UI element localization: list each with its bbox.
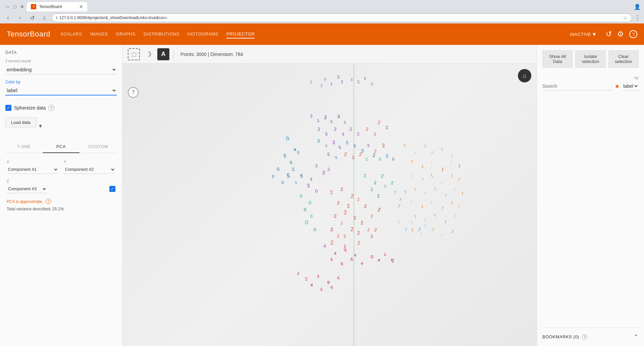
inactive-dropdown[interactable]: INACTIVE ▾ (570, 30, 596, 38)
z-axis-checkbox[interactable]: ✓ (109, 186, 115, 192)
back-button[interactable]: ‹ (3, 13, 13, 22)
viz-help-icon[interactable]: ? (128, 87, 139, 98)
bookmarks-section: BOOKMARKS (0) ? ⌃ (542, 328, 639, 341)
svg-text:2: 2 (344, 210, 347, 215)
svg-text:3: 3 (332, 139, 335, 145)
svg-text:3: 3 (337, 74, 340, 80)
viz-canvas[interactable]: 3 3 3 3 3 3 3 3 3 3 (122, 64, 537, 346)
svg-text:4: 4 (334, 251, 337, 256)
search-regex-icon[interactable]: ✱ (615, 84, 619, 89)
bookmarks-help-icon[interactable]: ? (582, 334, 587, 340)
tab-favicon: T (31, 4, 36, 9)
pca-help-icon[interactable]: ? (46, 199, 51, 204)
svg-text:3: 3 (327, 166, 330, 172)
svg-text:1: 1 (414, 213, 417, 219)
svg-text:5: 5 (378, 156, 382, 162)
load-data-dropdown-icon[interactable]: ▾ (39, 122, 42, 130)
clear-selection-button[interactable]: Clearselection (608, 50, 639, 68)
color-by-select[interactable]: label (5, 86, 117, 95)
x-component-select[interactable]: Component #1 (7, 165, 58, 174)
svg-text:2: 2 (385, 125, 388, 130)
svg-text:4: 4 (354, 253, 357, 258)
nav-projector[interactable]: PROJECTOR (226, 30, 255, 39)
more-menu-icon[interactable]: ⋮ (635, 14, 641, 21)
svg-text:/: / (410, 174, 412, 179)
x-axis-group: X Component #1 (7, 160, 58, 174)
close-icon[interactable]: ✕ (20, 4, 24, 9)
maximize-icon[interactable]: □ (13, 4, 16, 9)
sphereize-checkbox[interactable]: ✓ (5, 105, 11, 111)
svg-text:3: 3 (317, 126, 320, 132)
search-input[interactable] (542, 82, 612, 90)
bookmarks-header: BOOKMARKS (0) ? ⌃ (542, 333, 639, 341)
svg-text:2: 2 (340, 221, 343, 226)
z-component-select[interactable]: Component #3 (7, 185, 47, 193)
header-icons: ↺ ⚙ ? (606, 30, 637, 39)
bookmarks-expand-icon[interactable]: ⌃ (634, 333, 639, 341)
svg-text:7: 7 (434, 187, 437, 192)
svg-text:5: 5 (292, 166, 295, 172)
svg-text:3: 3 (309, 79, 313, 85)
isolate-selection-button[interactable]: Isolateselection (575, 50, 605, 68)
bookmarks-title: BOOKMARKS (0) ? (542, 334, 587, 340)
address-bar[interactable]: ℹ 127.0.0.1:6006/#projector&_showDownloa… (52, 13, 632, 22)
svg-text:2: 2 (337, 233, 340, 239)
selection-mode-icon[interactable]: ⬚ (128, 48, 140, 60)
z-axis-label: Z (7, 179, 104, 183)
tab-pca[interactable]: PCA (43, 141, 80, 153)
tab-tsne[interactable]: T-SNE (5, 141, 43, 153)
search-by-select[interactable]: label (622, 82, 639, 91)
nav-images[interactable]: IMAGES (90, 30, 108, 39)
profile-icon[interactable]: 👤 (634, 4, 641, 10)
embedding-select[interactable]: embedding (5, 65, 117, 74)
svg-text:2: 2 (367, 227, 370, 232)
svg-text:1: 1 (461, 190, 464, 196)
nav-scalars[interactable]: SCALARS (60, 30, 82, 39)
svg-text:3: 3 (366, 143, 370, 148)
refresh-icon[interactable]: ↺ (606, 30, 612, 39)
svg-text:/: / (430, 200, 433, 205)
svg-text:/: / (414, 150, 417, 155)
tab-close-button[interactable]: ✕ (79, 4, 83, 9)
svg-text:7: 7 (404, 189, 407, 195)
svg-text:3: 3 (357, 79, 360, 85)
window-controls[interactable]: ─ □ ✕ (6, 4, 24, 9)
sphereize-help-icon[interactable]: ? (48, 105, 54, 111)
browser-tab[interactable]: T TensorBoard ✕ (27, 2, 87, 11)
toolbar-separator (173, 50, 174, 58)
svg-text:2: 2 (353, 215, 357, 220)
svg-text:7: 7 (411, 220, 413, 225)
tab-custom[interactable]: CUSTOM (79, 141, 117, 153)
load-data-button[interactable]: Load data (5, 118, 36, 127)
svg-text:0: 0 (309, 200, 311, 205)
night-mode-icon[interactable]: ☽ (143, 48, 155, 60)
minimize-icon[interactable]: ─ (6, 4, 9, 9)
help-icon[interactable]: ? (629, 30, 637, 38)
settings-icon[interactable]: ⚙ (617, 30, 624, 39)
forward-button[interactable]: › (15, 13, 25, 22)
svg-text:5: 5 (354, 143, 356, 148)
new-tab-button[interactable] (89, 2, 102, 11)
nav-histograms[interactable]: HISTOGRAMS (187, 30, 218, 39)
svg-text:3: 3 (315, 163, 318, 168)
svg-text:3: 3 (310, 177, 313, 182)
points-stat: Points: 3000 | Dimension: 784 (180, 52, 243, 57)
show-all-data-button[interactable]: Show AllData (542, 50, 573, 68)
home-nav-button[interactable]: ⌂ (40, 13, 49, 22)
svg-text:3: 3 (320, 83, 323, 88)
tensorboard-app: TensorBoard SCALARS IMAGES GRAPHS DISTRI… (0, 23, 644, 346)
reload-button[interactable]: ↺ (28, 13, 37, 22)
nav-graphs[interactable]: GRAPHS (116, 30, 136, 39)
home-button[interactable]: ⌂ (518, 69, 531, 82)
y-component-select[interactable]: Component #2 (64, 165, 115, 174)
nav-distributions[interactable]: DISTRIBUTIONS (144, 30, 179, 39)
svg-text:1: 1 (458, 163, 461, 169)
scatter-plot[interactable]: 3 3 3 3 3 3 3 3 3 3 (122, 64, 537, 346)
svg-text:5: 5 (327, 151, 330, 157)
z-axis-row: Z Component #3 ✓ (7, 179, 115, 193)
label-mode-icon[interactable]: A (157, 48, 169, 60)
svg-text:2: 2 (377, 119, 381, 125)
svg-text:3: 3 (349, 126, 353, 132)
pca-approximate-note[interactable]: PCA is approximate. ? (7, 199, 115, 204)
bookmark-star-icon[interactable]: ☆ (623, 15, 628, 21)
